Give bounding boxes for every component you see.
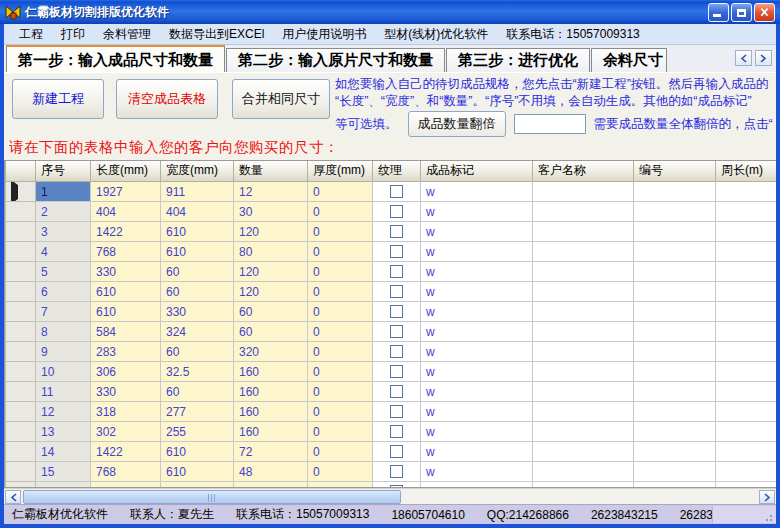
cell-code[interactable] — [634, 462, 716, 482]
column-header-9[interactable]: 周长(m) — [716, 161, 777, 182]
cell-length[interactable]: 1422 — [91, 442, 161, 462]
cell-texture[interactable] — [373, 462, 421, 482]
cell-width[interactable]: 610 — [161, 462, 234, 482]
tab-step-4[interactable]: 余料尺寸 — [591, 48, 667, 72]
tab-step-2[interactable]: 第二步：输入原片尺寸和数量 — [226, 48, 445, 72]
cell-customer-name[interactable] — [533, 382, 634, 402]
cell-product-mark[interactable]: w — [421, 242, 533, 262]
cell-product-mark[interactable]: w — [421, 202, 533, 222]
cell-texture[interactable] — [373, 302, 421, 322]
minimize-button[interactable] — [708, 3, 729, 22]
cell-quantity[interactable]: 12 — [234, 182, 308, 202]
cell-perimeter[interactable] — [716, 402, 777, 422]
column-header-6[interactable]: 成品标记 — [421, 161, 533, 182]
cell-texture[interactable] — [373, 282, 421, 302]
cell-customer-name[interactable] — [533, 342, 634, 362]
cell-width[interactable]: 324 — [161, 322, 234, 342]
cell-quantity[interactable]: 120 — [234, 262, 308, 282]
cell-perimeter[interactable] — [716, 422, 777, 442]
cell-seq[interactable]: 14 — [36, 442, 91, 462]
cell-code[interactable] — [634, 342, 716, 362]
column-header-4[interactable]: 厚度(mm) — [308, 161, 373, 182]
cell-texture[interactable] — [373, 442, 421, 462]
cell-texture[interactable] — [373, 342, 421, 362]
cell-texture[interactable] — [373, 362, 421, 382]
texture-checkbox[interactable] — [390, 405, 403, 418]
cell-thickness[interactable]: 0 — [308, 342, 373, 362]
cell-seq[interactable]: 4 — [36, 242, 91, 262]
cell-thickness[interactable]: 0 — [308, 302, 373, 322]
new-project-button[interactable]: 新建工程 — [12, 79, 104, 119]
cell-perimeter[interactable] — [716, 302, 777, 322]
cell-width[interactable]: 610 — [161, 222, 234, 242]
row-indicator-cell[interactable] — [6, 462, 36, 482]
row-indicator-cell[interactable] — [6, 282, 36, 302]
cell-width[interactable]: 60 — [161, 282, 234, 302]
row-indicator-cell[interactable] — [6, 382, 36, 402]
cell-code[interactable] — [634, 442, 716, 462]
cell-thickness[interactable]: 0 — [308, 462, 373, 482]
cell-seq[interactable]: 1 — [36, 182, 91, 202]
cell-length[interactable]: 610 — [91, 282, 161, 302]
cell-width[interactable]: 610 — [161, 242, 234, 262]
row-indicator-cell[interactable] — [6, 302, 36, 322]
cell-quantity[interactable]: 80 — [234, 242, 308, 262]
cell-length[interactable]: 404 — [91, 202, 161, 222]
cell-customer-name[interactable] — [533, 422, 634, 442]
cell-seq[interactable]: 15 — [36, 462, 91, 482]
column-header-2[interactable]: 宽度(mm) — [161, 161, 234, 182]
cell-seq[interactable]: 11 — [36, 382, 91, 402]
cell-product-mark[interactable]: w — [421, 462, 533, 482]
cell-quantity[interactable]: 160 — [234, 402, 308, 422]
cell-customer-name[interactable] — [533, 282, 634, 302]
cell-texture[interactable] — [373, 322, 421, 342]
cell-customer-name[interactable] — [533, 462, 634, 482]
texture-checkbox[interactable] — [390, 345, 403, 358]
cell-perimeter[interactable] — [716, 282, 777, 302]
cell-code[interactable] — [634, 222, 716, 242]
cell-length[interactable]: 610 — [91, 302, 161, 322]
cell-length[interactable]: 768 — [91, 462, 161, 482]
cell-quantity[interactable]: 60 — [234, 322, 308, 342]
cell-code[interactable] — [634, 362, 716, 382]
tab-scroll-right-button[interactable] — [755, 50, 772, 66]
column-header-3[interactable]: 数量 — [234, 161, 308, 182]
column-header-7[interactable]: 客户名称 — [533, 161, 634, 182]
cell-length[interactable]: 584 — [91, 322, 161, 342]
cell-product-mark[interactable]: w — [421, 302, 533, 322]
cell-code[interactable] — [634, 282, 716, 302]
cell-thickness[interactable]: 0 — [308, 262, 373, 282]
app-logo-icon[interactable] — [5, 4, 21, 20]
cell-perimeter[interactable] — [716, 442, 777, 462]
cell-customer-name[interactable] — [533, 302, 634, 322]
column-header-0[interactable]: 序号 — [36, 161, 91, 182]
cell-product-mark[interactable]: w — [421, 442, 533, 462]
cell-length[interactable]: 330 — [91, 262, 161, 282]
cell-code[interactable] — [634, 202, 716, 222]
cell-product-mark[interactable]: w — [421, 262, 533, 282]
scroll-left-button[interactable] — [5, 490, 21, 504]
resize-grip-icon[interactable] — [765, 512, 774, 521]
cell-texture[interactable] — [373, 262, 421, 282]
cell-texture[interactable] — [373, 402, 421, 422]
cell-code[interactable] — [634, 302, 716, 322]
cell-perimeter[interactable] — [716, 322, 777, 342]
cell-length[interactable]: 330 — [91, 382, 161, 402]
cell-quantity[interactable]: 60 — [234, 302, 308, 322]
cell-customer-name[interactable] — [533, 442, 634, 462]
cell-seq[interactable]: 12 — [36, 402, 91, 422]
cell-width[interactable]: 330 — [161, 302, 234, 322]
cell-length[interactable]: 283 — [91, 342, 161, 362]
cell-texture[interactable] — [373, 382, 421, 402]
cell-width[interactable]: 277 — [161, 402, 234, 422]
cell-quantity[interactable]: 160 — [234, 382, 308, 402]
cell-thickness[interactable]: 0 — [308, 382, 373, 402]
cell-thickness[interactable]: 0 — [308, 362, 373, 382]
row-indicator-cell[interactable] — [6, 422, 36, 442]
cell-seq[interactable]: 10 — [36, 362, 91, 382]
menu-item-5[interactable]: 型材(线材)优化软件 — [375, 24, 497, 45]
cell-code[interactable] — [634, 322, 716, 342]
row-indicator-cell[interactable] — [6, 322, 36, 342]
cell-thickness[interactable]: 0 — [308, 182, 373, 202]
cell-customer-name[interactable] — [533, 182, 634, 202]
